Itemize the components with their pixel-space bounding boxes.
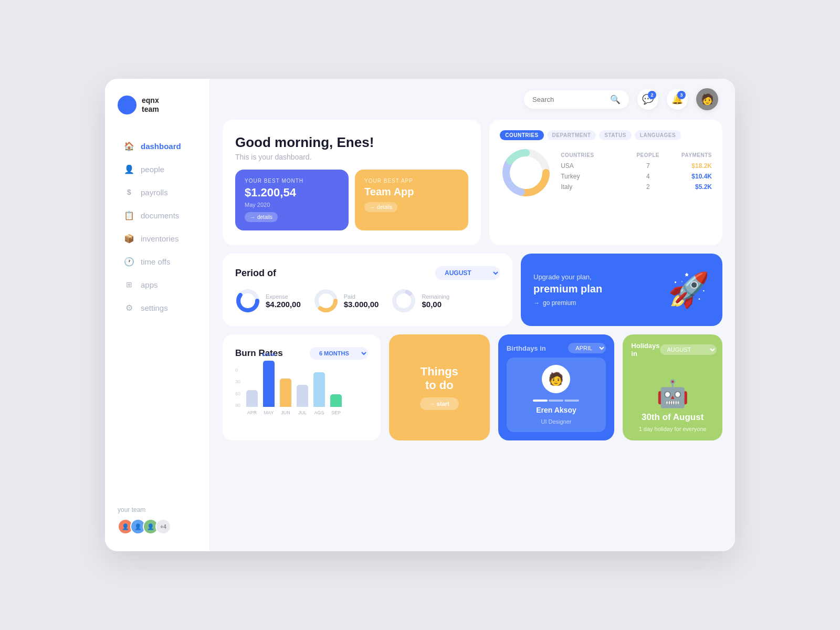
tab-languages[interactable]: LANGUAGES <box>635 130 681 140</box>
sidebar: eqnx team 🏠 dashboard 👤 people $ payroll… <box>105 79 210 551</box>
holidays-month-dropdown[interactable]: AUGUST SEPTEMBER <box>660 344 717 355</box>
best-app-name: Team App <box>364 186 459 198</box>
bar-rect <box>330 394 342 407</box>
bar-rect <box>280 379 291 407</box>
dollar-icon: $ <box>124 187 134 197</box>
nav-items: 🏠 dashboard 👤 people $ payrolls 📋 docume… <box>118 135 197 494</box>
upgrade-card: Upgrade your plan, premium plan → go pre… <box>521 254 722 326</box>
user-avatar[interactable]: 🧑 <box>696 88 718 110</box>
best-app-details-button[interactable]: → details <box>364 202 397 212</box>
best-month-date: May 2020 <box>245 202 339 208</box>
notifications-button[interactable]: 🔔 3 <box>667 89 688 110</box>
sidebar-item-payrolls[interactable]: $ payrolls <box>118 182 197 203</box>
search-icon: 🔍 <box>610 94 621 104</box>
period-header: Period of AUGUST SEPTEMBER OCTOBER <box>235 266 500 280</box>
sidebar-item-documents[interactable]: 📋 documents <box>118 205 197 226</box>
main-content: 🔍 💬 2 🔔 3 🧑 G <box>210 79 735 551</box>
sidebar-item-apps[interactable]: ⊞ apps <box>118 274 197 295</box>
welcome-card: Good morning, Enes! This is your dashboa… <box>223 120 481 245</box>
tab-countries[interactable]: COUNTRIES <box>500 130 543 140</box>
birthday-person-role: UI Designer <box>541 418 571 425</box>
clock-icon: 🕐 <box>124 256 134 267</box>
period-dropdown[interactable]: AUGUST SEPTEMBER OCTOBER <box>435 266 500 280</box>
holidays-card: Holidays in AUGUST SEPTEMBER 🤖 30th of A… <box>623 334 722 440</box>
bar-rect <box>263 361 275 407</box>
bar-rect <box>313 372 325 407</box>
sidebar-item-dashboard[interactable]: 🏠 dashboard <box>118 135 197 156</box>
search-bar[interactable]: 🔍 <box>524 90 629 109</box>
birthdays-month-dropdown[interactable]: APRIL MAY JUNE <box>568 343 606 353</box>
welcome-cards-row: YOUR BEST MONTH $1.200,54 May 2020 → det… <box>235 170 468 230</box>
best-month-details-button[interactable]: → details <box>245 212 278 222</box>
birthday-person-name: Eren Aksoy <box>536 406 576 414</box>
col-header-payments: PAYMENTS <box>665 152 712 158</box>
tab-status[interactable]: STATUS <box>599 130 632 140</box>
countries-table: COUNTRIES PEOPLE PAYMENTS USA 7 $18.2K T… <box>561 152 712 194</box>
arrow-icon-2: → <box>370 204 375 210</box>
holiday-description: 1 day holiday for everyone <box>639 426 707 432</box>
best-app-label: YOUR BEST APP <box>364 178 459 184</box>
topbar: 🔍 💬 2 🔔 3 🧑 <box>210 79 735 120</box>
burn-header: Burn Rates 6 MONTHS 3 MONTHS 12 MONTHS <box>235 347 368 360</box>
bar-rect <box>297 385 308 407</box>
birthday-avatar: 🧑 <box>542 365 570 393</box>
y-axis: 90 60 30 0 <box>235 368 240 415</box>
countries-card: COUNTRIES DEPARTMENT STATUS LANGUAGES <box>489 120 722 245</box>
birthdays-card: Birthdays in APRIL MAY JUNE 🧑 <box>498 334 615 440</box>
remaining-stat: Remaining $0,00 <box>391 288 449 313</box>
col-header-people: PEOPLE <box>631 152 665 158</box>
welcome-title: Good morning, Enes! <box>235 134 468 151</box>
holiday-date: 30th of August <box>642 412 704 423</box>
home-icon: 🏠 <box>124 141 134 151</box>
paid-info: Paid $3.000,00 <box>344 293 379 309</box>
upgrade-title: premium plan <box>533 283 602 295</box>
best-app-card: YOUR BEST APP Team App → details <box>355 170 468 230</box>
your-team-label: your team <box>118 506 197 513</box>
logo-text: eqnx team <box>142 96 159 114</box>
birthday-progress-bars <box>533 400 579 402</box>
upgrade-text: Upgrade your plan, premium plan → go pre… <box>533 273 602 307</box>
app-container: eqnx team 🏠 dashboard 👤 people $ payroll… <box>105 79 735 551</box>
go-premium-link[interactable]: → go premium <box>533 299 602 307</box>
upgrade-sub: Upgrade your plan, <box>533 273 602 281</box>
row-3: Burn Rates 6 MONTHS 3 MONTHS 12 MONTHS 9… <box>223 334 722 440</box>
months-dropdown[interactable]: 6 MONTHS 3 MONTHS 12 MONTHS <box>310 347 368 360</box>
avatar-image: 🧑 <box>701 93 714 106</box>
content-area: Good morning, Enes! This is your dashboa… <box>210 120 735 551</box>
notif-badge: 3 <box>677 91 686 99</box>
countries-tabs: COUNTRIES DEPARTMENT STATUS LANGUAGES <box>500 130 712 140</box>
expense-stat: Expense $4.200,00 <box>235 288 301 313</box>
holidays-content: 🤖 30th of August 1 day holiday for every… <box>623 362 722 440</box>
bar-rect <box>246 390 258 407</box>
arrow-icon: → <box>250 214 255 220</box>
messages-button[interactable]: 💬 2 <box>637 89 658 110</box>
your-team-section: your team 👤 👤 👤 +4 <box>118 494 197 534</box>
settings-icon: ⚙ <box>124 302 134 313</box>
sidebar-item-inventories[interactable]: 📦 inventories <box>118 228 197 249</box>
sidebar-item-people[interactable]: 👤 people <box>118 159 197 180</box>
best-month-card: YOUR BEST MONTH $1.200,54 May 2020 → det… <box>235 170 349 230</box>
things-start-button[interactable]: → start <box>420 397 459 410</box>
table-row: Turkey 4 $10.4K <box>561 173 712 180</box>
birthday-person: 🧑 Eren Aksoy UI Designer <box>507 358 606 432</box>
sidebar-item-settings[interactable]: ⚙ settings <box>118 297 197 318</box>
things-to-do-card: Thingsto do → start <box>389 334 490 440</box>
document-icon: 📋 <box>124 210 134 220</box>
tab-department[interactable]: DEPARTMENT <box>547 130 596 140</box>
search-input[interactable] <box>532 96 606 103</box>
team-avatar-more: +4 <box>155 519 171 534</box>
burn-rates-card: Burn Rates 6 MONTHS 3 MONTHS 12 MONTHS 9… <box>223 334 381 440</box>
apps-icon: ⊞ <box>124 279 134 290</box>
arrow-icon-3: → <box>533 299 540 307</box>
birthdays-title: Birthdays in <box>507 344 546 352</box>
best-month-amount: $1.200,54 <box>245 186 339 200</box>
col-header-countries: COUNTRIES <box>561 152 631 158</box>
rocket-emoji: 🚀 <box>668 270 710 310</box>
logo-circle <box>118 96 136 114</box>
paid-stat: Paid $3.000,00 <box>313 288 379 313</box>
sidebar-item-time-offs[interactable]: 🕐 time offs <box>118 251 197 272</box>
team-avatars: 👤 👤 👤 +4 <box>118 519 197 534</box>
period-title: Period of <box>235 268 276 279</box>
holidays-header: Holidays in AUGUST SEPTEMBER <box>623 334 722 362</box>
period-card: Period of AUGUST SEPTEMBER OCTOBER <box>223 254 512 326</box>
